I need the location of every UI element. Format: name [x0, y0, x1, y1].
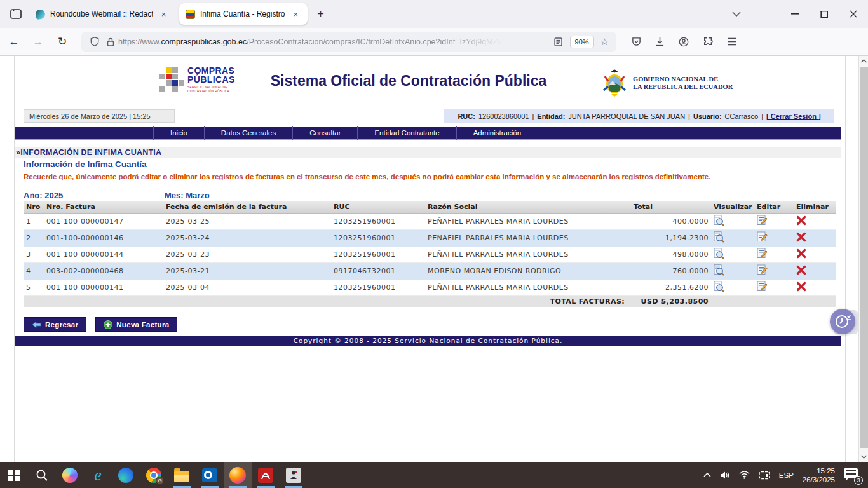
nav-item-entidad-contratante[interactable]: Entidad Contratante: [357, 126, 456, 140]
invoices-table: Nro Nro. Factura Fecha de emisión de la …: [24, 201, 836, 307]
taskbar-chrome-icon[interactable]: G: [140, 462, 168, 488]
editar-icon[interactable]: [757, 231, 768, 244]
eliminar-icon[interactable]: [796, 265, 806, 277]
url-text: https://www.compraspublicas.gob.ec/Proce…: [118, 37, 550, 46]
tray-volume-icon[interactable]: [720, 471, 730, 480]
firefox-view-icon[interactable]: [6, 4, 25, 24]
screen: Roundcube Webmail :: Redactar × Infima C…: [0, 0, 868, 488]
url-bar[interactable]: https://www.compraspublicas.gob.ec/Proce…: [81, 32, 616, 52]
visualizar-icon[interactable]: [714, 264, 724, 278]
taskbar-internet-explorer-icon[interactable]: e: [84, 462, 112, 488]
bookmark-star-icon[interactable]: ☆: [600, 36, 609, 48]
tab-roundcube[interactable]: Roundcube Webmail :: Redactar ×: [29, 3, 175, 25]
taskbar-outlook-icon[interactable]: [196, 462, 224, 488]
restore-button[interactable]: [810, 1, 839, 27]
reader-mode-icon[interactable]: [554, 37, 562, 46]
pocket-icon[interactable]: [632, 37, 641, 46]
col-nro: Nro: [24, 201, 44, 213]
nav-item-datos-generales[interactable]: Datos Generales: [204, 126, 292, 140]
tab-close-icon[interactable]: ×: [158, 10, 169, 19]
reload-icon[interactable]: ↻: [52, 32, 72, 52]
editar-icon[interactable]: [757, 248, 768, 261]
scroll-down-icon[interactable]: [859, 452, 868, 462]
invoice-row: 2001-100-0000001462025-03-24120325196000…: [24, 229, 836, 246]
tray-clock[interactable]: 15:25 26/3/2025: [803, 466, 835, 484]
notification-center-icon[interactable]: 3: [844, 468, 860, 482]
regresar-button[interactable]: Regresar: [24, 317, 86, 332]
editar-icon[interactable]: [757, 264, 768, 277]
tab-title: Infima Cuantía - Registro: [200, 10, 285, 18]
nueva-factura-button[interactable]: Nueva Factura: [95, 317, 177, 332]
tab-close-icon[interactable]: ×: [290, 10, 301, 19]
session-timer-widget[interactable]: [830, 309, 858, 336]
visualizar-icon[interactable]: [714, 248, 724, 261]
editar-icon[interactable]: [757, 281, 768, 294]
datetime-bar: Miércoles 26 de Marzo de 2025 | 15:25: [24, 109, 175, 123]
taskbar-firefox-icon[interactable]: [224, 462, 252, 488]
visualizar-icon[interactable]: [714, 231, 724, 245]
tracking-shield-icon[interactable]: [90, 37, 99, 46]
system-tray: ESP 15:25 26/3/2025 3: [703, 466, 868, 484]
invoice-row: 1001-100-0000001472025-03-25120325196000…: [24, 213, 836, 229]
editar-icon[interactable]: [757, 215, 768, 227]
tray-chevron-up-icon[interactable]: [703, 473, 711, 477]
new-tab-button[interactable]: +: [311, 5, 329, 23]
back-icon[interactable]: ←: [4, 32, 24, 52]
nav-item-consultar[interactable]: Consultar: [292, 126, 357, 140]
scrollbar-thumb[interactable]: [860, 67, 868, 448]
cell-ruc: 1203251960001: [331, 246, 425, 262]
cell-total: 400.0000: [631, 213, 711, 229]
account-icon[interactable]: [679, 37, 689, 47]
breadcrumb: »INFORMACIÓN DE INFIMA CUANTIA: [16, 148, 161, 157]
downloads-icon[interactable]: [655, 37, 665, 47]
close-button[interactable]: [839, 1, 868, 27]
forward-icon[interactable]: →: [28, 32, 48, 52]
scroll-up-icon[interactable]: [859, 56, 868, 66]
taskbar-acrobat-icon[interactable]: [252, 462, 280, 488]
cell-razon-social: MORENO MORAN EDISON RODRIGO: [425, 262, 631, 279]
taskbar-edge-icon[interactable]: [112, 462, 140, 488]
start-button[interactable]: [0, 462, 28, 488]
taskbar-java-app-icon[interactable]: [280, 462, 308, 488]
vertical-scrollbar[interactable]: [858, 56, 868, 462]
eliminar-icon[interactable]: [796, 248, 806, 261]
cell-factura: 001-100-000000147: [44, 213, 163, 229]
breadcrumb-band: »INFORMACIÓN DE INFIMA CUANTIA: [15, 147, 841, 158]
nav-item-inicio[interactable]: Inicio: [153, 126, 204, 140]
browser-chrome: Roundcube Webmail :: Redactar × Infima C…: [0, 0, 868, 56]
tray-language[interactable]: ESP: [779, 471, 794, 479]
zoom-level-badge[interactable]: 90%: [570, 36, 594, 48]
minimize-button[interactable]: [780, 1, 810, 27]
visualizar-icon[interactable]: [714, 215, 724, 228]
page-footer: Copyright © 2008 - 2025 Servicio Naciona…: [15, 336, 841, 346]
taskbar-search-icon[interactable]: [28, 462, 56, 488]
cell-factura: 003-002-000000468: [44, 262, 163, 279]
taskbar-copilot-icon[interactable]: [56, 462, 84, 488]
taskbar-file-explorer-icon[interactable]: [168, 462, 196, 488]
eliminar-icon[interactable]: [796, 215, 806, 227]
cell-ruc: 1203251960001: [331, 229, 425, 246]
eliminar-icon[interactable]: [796, 232, 806, 244]
tray-time: 15:25: [817, 467, 835, 475]
chrome-profile-badge: G: [156, 477, 164, 485]
logout-link[interactable]: [ Cerrar Sesión ]: [766, 112, 821, 120]
cell-razon-social: PEÑAFIEL PARRALES MARIA LOURDES: [425, 229, 631, 246]
entity-value: JUNTA PARROQUIAL DE SAN JUAN: [568, 112, 685, 120]
nav-item-administracion[interactable]: Administración: [456, 126, 538, 140]
tab-infima-cuantia[interactable]: Infima Cuantía - Registro ×: [179, 3, 308, 25]
gobierno-nacional-logo: GOBIERNO NACIONAL DE LA REPUBLICA DEL EC…: [601, 69, 733, 98]
cell-ruc: 1203251960001: [331, 279, 425, 295]
tab-list-dropdown-icon[interactable]: [722, 1, 751, 27]
invoice-row: 5001-100-0000001412025-03-04120325196000…: [24, 279, 836, 295]
roundcube-favicon: [35, 8, 46, 19]
cell-razon-social: PEÑAFIEL PARRALES MARIA LOURDES: [425, 279, 631, 295]
tray-display-icon[interactable]: [759, 471, 770, 480]
content-frame: COMPRAS PÚBLICAS SERVICIO NACIONAL DE CO…: [14, 56, 846, 462]
menu-hamburger-icon[interactable]: [727, 37, 737, 46]
tray-wifi-icon[interactable]: [739, 471, 750, 479]
notification-badge: 3: [854, 476, 863, 485]
extensions-icon[interactable]: [703, 37, 713, 47]
visualizar-icon[interactable]: [714, 281, 724, 294]
eliminar-icon[interactable]: [796, 281, 806, 294]
lock-icon[interactable]: [107, 37, 114, 46]
